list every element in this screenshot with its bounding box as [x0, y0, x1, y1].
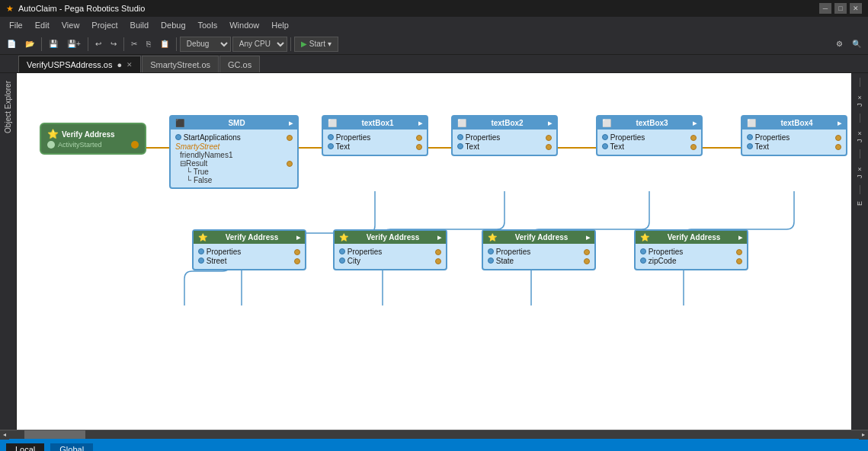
tb4-dot-out — [835, 135, 841, 141]
redo-button[interactable]: ↪ — [107, 36, 120, 53]
minimize-button[interactable]: ─ — [819, 3, 831, 14]
rsb-sep2 — [860, 114, 860, 123]
textbox3-node[interactable]: ⬜ textBox3 ▸ Properties Text — [596, 115, 703, 156]
textbox2-prop-row: Properties — [457, 133, 552, 142]
textbox1-body: Properties Text — [323, 130, 427, 155]
va1-prop-row: Properties — [198, 248, 300, 256]
search-button[interactable]: 🔍 — [848, 36, 865, 53]
menu-build[interactable]: Build — [124, 19, 155, 31]
tab-smarty[interactable]: SmartyStreet.os — [142, 56, 219, 72]
smd-arrow: ▸ — [289, 119, 293, 127]
menu-file[interactable]: File — [3, 19, 29, 31]
va4-dot-in — [640, 248, 646, 254]
status-local-tab[interactable]: Local — [6, 443, 44, 451]
textbox1-node[interactable]: ⬜ textBox1 ▸ Properties Text — [322, 115, 428, 156]
va3-body: Properties State — [483, 244, 594, 269]
rsb-btn1[interactable]: J × — [854, 90, 865, 110]
va4-val-out — [736, 258, 742, 264]
save-button[interactable]: 💾 — [45, 36, 62, 53]
verify-addr2-node[interactable]: ⭐ Verify Address ▸ Properties City — [333, 229, 447, 270]
status-global-tab[interactable]: Global — [50, 443, 93, 451]
va3-arrow: ▸ — [586, 233, 590, 241]
tab-verify-close[interactable]: ✕ — [127, 61, 133, 69]
textbox3-header: ⬜ textBox3 ▸ — [597, 117, 701, 130]
textbox3-val-row: Text — [602, 142, 697, 151]
verify-start-title: ⭐ Verify Address — [47, 129, 139, 139]
va4-body: Properties zipCode — [636, 244, 747, 269]
va2-header: ⭐ Verify Address ▸ — [335, 231, 446, 244]
run-dropdown-icon: ▾ — [328, 40, 332, 48]
debug-config-select[interactable]: Debug Release — [180, 37, 231, 52]
smd-dot-in — [175, 134, 181, 140]
textbox3-prop-row: Properties — [602, 133, 697, 142]
menu-view[interactable]: View — [56, 19, 86, 31]
cpu-select[interactable]: Any CPU — [232, 37, 287, 52]
tabs-bar: VerifyUSPSAddress.os ● ✕ SmartyStreet.os… — [0, 55, 868, 73]
settings-button[interactable]: ⚙ — [832, 36, 847, 53]
textbox2-node[interactable]: ⬜ textBox2 ▸ Properties Text — [451, 115, 558, 156]
rsb-btn4[interactable]: E — [854, 197, 865, 210]
tb4-icon: ⬜ — [747, 119, 756, 127]
menu-tools[interactable]: Tools — [192, 19, 224, 31]
va4-prop-row: Properties — [640, 248, 742, 256]
rsb-btn2[interactable]: J × — [854, 126, 865, 146]
va3-icon: ⭐ — [488, 233, 497, 241]
tb1-icon: ⬜ — [328, 119, 337, 127]
tab-verify-label: VerifyUSPSAddress.os — [27, 60, 113, 69]
va2-prop-row: Properties — [339, 248, 441, 256]
tab-gc[interactable]: GC.os — [219, 56, 260, 72]
h-scroll-right[interactable]: ▸ — [859, 430, 868, 440]
h-scroll-track[interactable] — [9, 430, 859, 439]
textbox4-node[interactable]: ⬜ textBox4 ▸ Properties Text — [741, 115, 847, 156]
run-button[interactable]: ▶ Start ▾ — [294, 37, 338, 52]
tb1-dot-in — [328, 134, 334, 140]
tb1-val-out — [416, 144, 422, 150]
smd-row1: StartApplications — [175, 133, 293, 142]
copy-button[interactable]: ⎘ — [143, 36, 155, 53]
cut-button[interactable]: ✂ — [127, 36, 141, 53]
menu-window[interactable]: Window — [223, 19, 265, 31]
smd-icon: ⬛ — [175, 119, 184, 127]
va1-arrow: ▸ — [296, 233, 300, 241]
textbox2-header: ⬜ textBox2 ▸ — [453, 117, 556, 130]
verify-start-node[interactable]: ⭐ Verify Address ActivityStarted — [40, 123, 146, 155]
va4-icon: ⭐ — [640, 233, 649, 241]
save-all-button[interactable]: 💾+ — [63, 36, 85, 53]
new-button[interactable]: 📄 — [3, 36, 20, 53]
va2-icon: ⭐ — [339, 233, 348, 241]
menu-bar: File Edit View Project Build Debug Tools… — [0, 17, 868, 34]
main-layout: Object Explorer ⭐ Verify Addr — [0, 73, 868, 430]
smd-node[interactable]: ⬛ SMD ▸ StartApplications SmartyStreet f… — [169, 115, 299, 189]
verify-addr3-node[interactable]: ⭐ Verify Address ▸ Properties State — [482, 229, 596, 270]
left-panel: Object Explorer — [0, 73, 17, 430]
paste-button[interactable]: 📋 — [156, 36, 173, 53]
menu-edit[interactable]: Edit — [29, 19, 56, 31]
h-scrollbar[interactable]: ◂ ▸ — [0, 430, 868, 439]
va1-val-row: Street — [198, 257, 300, 265]
menu-project[interactable]: Project — [85, 19, 123, 31]
smd-friendly: friendlyNames1 — [175, 151, 293, 159]
undo-button[interactable]: ↩ — [91, 36, 105, 53]
canvas-area[interactable]: ⭐ Verify Address ActivityStarted ⬛ SMD ▸… — [17, 73, 868, 430]
open-button[interactable]: 📂 — [21, 36, 38, 53]
smd-true: └ True — [175, 168, 293, 176]
rsb-btn3[interactable]: J × — [854, 162, 865, 182]
h-scroll-left[interactable]: ◂ — [0, 430, 9, 440]
menu-help[interactable]: Help — [265, 19, 295, 31]
verify-start-sub: ActivityStarted — [47, 141, 139, 149]
object-explorer-label[interactable]: Object Explorer — [2, 76, 14, 138]
va4-val-row: zipCode — [640, 257, 742, 265]
h-scroll-thumb[interactable] — [24, 430, 85, 439]
textbox1-val-row: Text — [328, 142, 422, 151]
tb2-icon: ⬜ — [457, 119, 466, 127]
close-button[interactable]: ✕ — [850, 3, 862, 14]
va3-header: ⭐ Verify Address ▸ — [483, 231, 594, 244]
menu-debug[interactable]: Debug — [155, 19, 191, 31]
right-side-panel: J × J × J × E — [851, 73, 868, 430]
maximize-button[interactable]: □ — [834, 3, 847, 14]
va2-val-row: City — [339, 257, 441, 265]
verify-addr4-node[interactable]: ⭐ Verify Address ▸ Properties zipCode — [634, 229, 748, 270]
tab-verify[interactable]: VerifyUSPSAddress.os ● ✕ — [18, 56, 141, 72]
verify-addr1-node[interactable]: ⭐ Verify Address ▸ Properties Street — [192, 229, 306, 270]
va1-dot-out — [294, 249, 300, 255]
